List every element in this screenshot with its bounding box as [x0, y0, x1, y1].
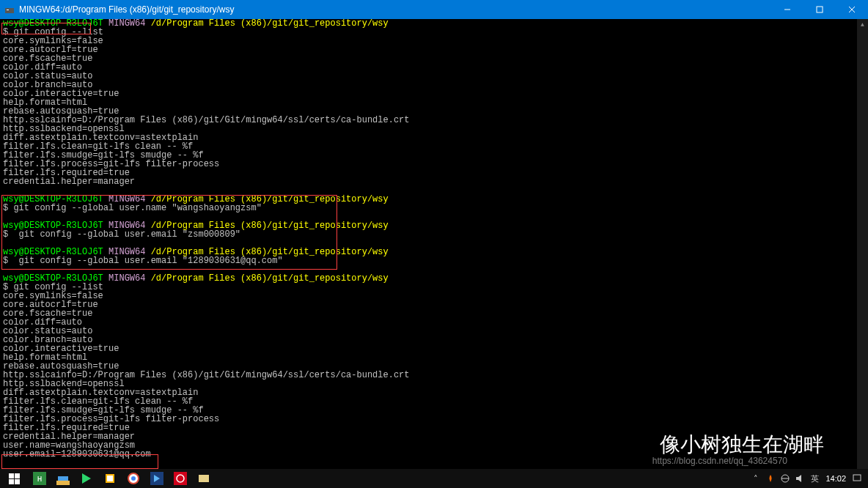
svg-rect-8	[9, 479, 14, 484]
window-title: MINGW64:/d/Program Files (x86)/git/git_r…	[19, 4, 234, 15]
watermark-text: https://blog.csdn.net/qq_43624570	[652, 456, 787, 466]
svg-rect-9	[15, 479, 20, 484]
tray-volume-icon[interactable]	[793, 472, 806, 485]
output-line: core.symlinks=false	[3, 37, 865, 45]
svg-rect-1	[7, 10, 9, 10]
output-line: help.format=html	[3, 353, 865, 362]
output-line: color.interactive=true	[3, 344, 865, 353]
output-line: core.fscache=true	[3, 309, 865, 318]
output-line: color.diff=auto	[3, 318, 865, 327]
output-line: filter.lfs.process=git-lfs filter-proces…	[3, 415, 865, 424]
prompt-env: MINGW64	[108, 18, 145, 29]
tray-fire-icon[interactable]	[764, 472, 777, 485]
taskbar-app-icon[interactable]	[51, 469, 75, 488]
close-button[interactable]	[836, 0, 868, 19]
output-line: color.diff=auto	[3, 63, 865, 72]
output-line: core.autocrlf=true	[3, 300, 865, 309]
output-line: core.fscache=true	[3, 54, 865, 63]
scroll-up-arrow-icon[interactable]: ▲	[857, 19, 868, 30]
output-line: color.status=auto	[3, 327, 865, 336]
taskbar-clock[interactable]: 14:02	[823, 474, 849, 483]
svg-rect-22	[174, 472, 187, 485]
output-line: color.status=auto	[3, 72, 865, 81]
output-line: filter.lfs.process=git-lfs filter-proces…	[3, 160, 865, 169]
taskbar-app-icon[interactable]	[122, 469, 145, 488]
command-text: git config --global user.email "12890306…	[13, 256, 282, 266]
svg-point-19	[131, 476, 136, 481]
svg-rect-24	[199, 475, 209, 482]
terminal-body[interactable]: wsy@DESKTOP-R3LOJ6T MINGW64 /d/Program F…	[0, 19, 868, 469]
prompt-path: /d/Program Files (x86)/git/git_repositor…	[151, 18, 389, 29]
titlebar: MINGW64:/d/Program Files (x86)/git/git_r…	[0, 0, 868, 19]
overlay-caption: 像小树独生在湖畔	[660, 431, 824, 459]
output-line: color.branch=auto	[3, 81, 865, 89]
output-line: credential.helper=manager	[3, 177, 865, 186]
svg-rect-0	[5, 8, 14, 13]
output-line: help.format=html	[3, 98, 865, 107]
svg-marker-27	[796, 475, 801, 482]
svg-rect-16	[107, 476, 113, 481]
output-line: color.interactive=true	[3, 89, 865, 98]
tray-arrow-icon[interactable]: ˄	[749, 472, 762, 485]
start-button[interactable]	[0, 469, 28, 488]
svg-text:H: H	[37, 475, 43, 484]
output-line: http.sslcainfo=D:/Program Files (x86)/gi…	[3, 371, 865, 380]
scrollbar[interactable]: ▲	[857, 19, 868, 469]
svg-rect-6	[9, 473, 14, 478]
svg-marker-14	[82, 473, 91, 484]
maximize-button[interactable]	[803, 0, 836, 19]
svg-rect-3	[817, 7, 823, 12]
taskbar: H ˄ 英 14:02	[0, 469, 868, 488]
svg-rect-7	[15, 473, 20, 478]
svg-rect-13	[58, 476, 68, 481]
taskbar-app-icon[interactable]	[75, 469, 98, 488]
taskbar-app-icon[interactable]	[192, 469, 216, 488]
output-line: http.sslcainfo=D:/Program Files (x86)/gi…	[3, 116, 865, 125]
output-line: core.symlinks=false	[3, 292, 865, 300]
svg-rect-12	[56, 481, 70, 485]
app-icon	[4, 4, 15, 15]
minimize-button[interactable]	[771, 0, 803, 19]
taskbar-app-icon[interactable]	[98, 469, 122, 488]
svg-rect-28	[853, 475, 861, 481]
tray-notification-icon[interactable]	[850, 472, 864, 485]
tray-ime-icon[interactable]: 英	[808, 472, 821, 485]
output-line: color.branch=auto	[3, 336, 865, 344]
tray-globe-icon[interactable]	[779, 472, 792, 485]
command-text: git config --global user.email "zsm00080…	[13, 229, 240, 240]
command-text: git config --global user.name "wangshaoy…	[13, 203, 261, 213]
taskbar-app-icon[interactable]	[145, 469, 169, 488]
taskbar-app-icon[interactable]: H	[28, 469, 51, 488]
taskbar-app-icon[interactable]	[169, 469, 192, 488]
output-line: core.autocrlf=true	[3, 45, 865, 54]
